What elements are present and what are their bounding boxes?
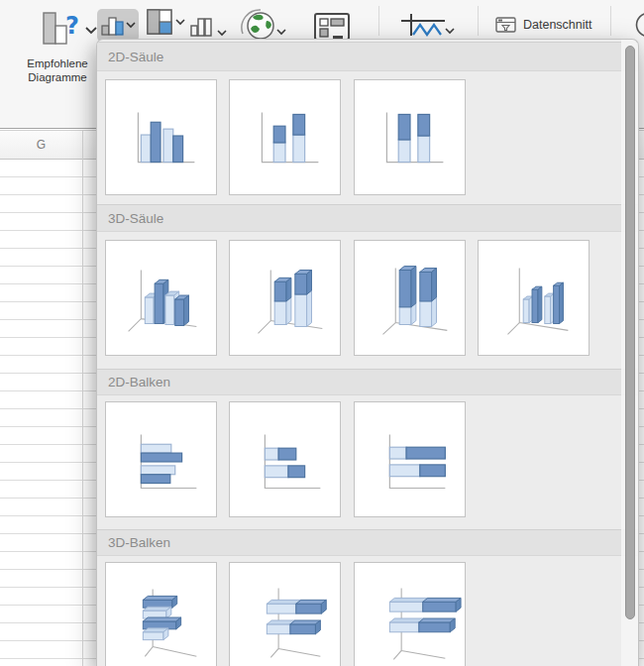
section-header-0: 2D-Säule — [97, 42, 638, 71]
insert-pivotchart-button[interactable] — [314, 13, 352, 42]
svg-text:?: ? — [65, 12, 79, 40]
3d-stacked-bar-thumbnail — [230, 563, 340, 666]
recommended-charts-icon: ? — [32, 8, 101, 56]
chart-type-tile-clustered-column[interactable] — [105, 79, 217, 195]
statistic-chart-icon — [190, 15, 232, 41]
column-g-right-border — [82, 131, 83, 666]
section-header-1: 3D-Säule — [97, 204, 638, 232]
chart-type-dropdown: 2D-Säule3D-Säule2D-Balken3D-Balken — [96, 39, 639, 666]
chevron-down-icon — [218, 31, 226, 35]
column-chart-icon — [97, 9, 139, 42]
recommended-charts-label: Empfohlene Diagramme — [8, 56, 107, 84]
timeline-button-partial[interactable] — [634, 11, 644, 39]
3d-100-stacked-column-thumbnail — [355, 241, 465, 355]
toolbar-separator — [478, 6, 479, 36]
chart-type-tile-3d-stacked-bar[interactable] — [229, 562, 341, 666]
map-chart-icon — [240, 6, 291, 42]
chevron-down-icon — [127, 23, 135, 27]
tile-row-2 — [97, 401, 638, 517]
chart-type-tile-stacked-bar[interactable] — [229, 401, 341, 517]
chart-type-tile-3d-stacked-column[interactable] — [229, 240, 341, 356]
chevron-down-icon — [446, 29, 454, 33]
toolbar-separator — [378, 6, 379, 36]
chevron-down-icon — [86, 28, 96, 33]
stacked-bar-thumbnail — [230, 402, 340, 516]
3d-clustered-bar-thumbnail — [106, 563, 216, 666]
slicer-label: Datenschnitt — [523, 18, 591, 32]
chart-type-tile-3d-clustered-column[interactable] — [105, 240, 217, 356]
100-stacked-bar-thumbnail — [355, 402, 465, 516]
toolbar-separator — [610, 6, 611, 36]
clustered-column-thumbnail — [106, 80, 216, 194]
tile-row-0 — [97, 79, 638, 195]
chart-type-tile-3d-column[interactable] — [478, 240, 590, 356]
3d-column-thumbnail — [479, 241, 589, 355]
stacked-column-thumbnail — [230, 80, 340, 194]
chart-type-tile-clustered-bar[interactable] — [105, 401, 217, 517]
section-header-3: 3D-Balken — [97, 529, 638, 556]
sparkline-icon — [400, 11, 456, 39]
3d-100-stacked-bar-thumbnail — [355, 563, 465, 666]
chart-type-tile-3d-100-stacked-column[interactable] — [354, 240, 466, 356]
dropdown-scrollbar-thumb[interactable] — [625, 46, 635, 619]
recommended-charts-button[interactable]: ? Empfohlene Diagramme — [6, 4, 97, 99]
clock-icon — [634, 11, 644, 39]
chevron-down-icon — [176, 20, 184, 24]
tile-row-1 — [97, 240, 638, 356]
slicer-icon — [495, 17, 517, 35]
clustered-bar-thumbnail — [106, 402, 216, 516]
chart-type-tile-3d-100-stacked-bar[interactable] — [354, 562, 466, 666]
tile-row-3 — [97, 562, 638, 666]
chart-type-tile-stacked-column[interactable] — [229, 79, 341, 195]
chart-type-tile-100-stacked-column[interactable] — [354, 79, 466, 195]
insert-statistic-chart-button[interactable] — [190, 15, 232, 41]
hierarchy-chart-icon — [147, 9, 188, 39]
100-stacked-column-thumbnail — [355, 80, 465, 194]
chart-type-tile-3d-clustered-bar[interactable] — [105, 562, 217, 666]
insert-hierarchy-chart-button[interactable] — [147, 9, 188, 39]
insert-map-chart-button[interactable] — [240, 6, 291, 42]
3d-clustered-column-thumbnail — [106, 241, 216, 355]
3d-stacked-column-thumbnail — [230, 241, 340, 355]
chart-type-tile-100-stacked-bar[interactable] — [354, 401, 466, 517]
section-header-2: 2D-Balken — [97, 369, 638, 395]
insert-column-chart-button[interactable] — [97, 9, 139, 42]
pivotchart-icon — [314, 13, 352, 42]
chevron-down-icon — [277, 30, 285, 34]
column-header-g[interactable]: G — [0, 131, 82, 159]
insert-sparkline-button[interactable] — [400, 11, 456, 39]
